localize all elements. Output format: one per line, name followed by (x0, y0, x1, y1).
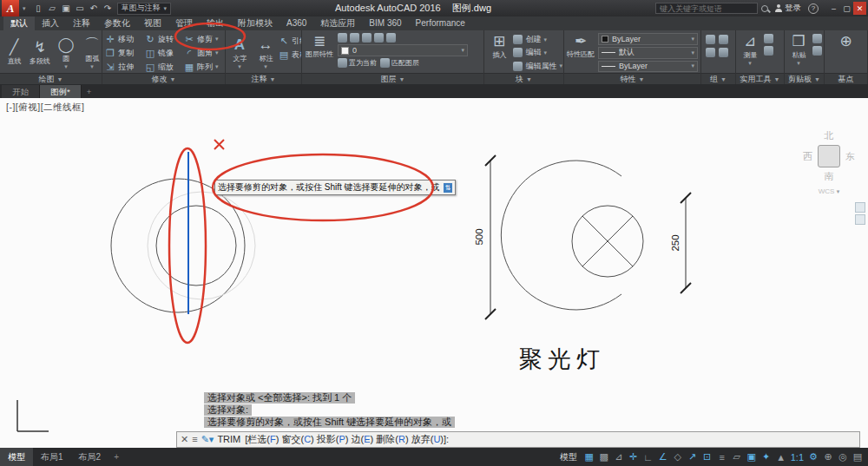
panel-label-clipboard[interactable]: 剪贴板▼ (785, 73, 824, 84)
ribbon-tab-3[interactable]: 参数化 (97, 16, 137, 30)
command-option-P[interactable]: P (339, 434, 345, 444)
ribbon-tab-5[interactable]: 管理 (168, 16, 200, 30)
workspace-switching-icon[interactable]: ⚙ (806, 450, 820, 464)
polyline-button[interactable]: ↯多段线 (27, 37, 53, 67)
properties-dropdown-0[interactable]: ByLayer▾ (598, 33, 698, 45)
isolate-objects-icon[interactable]: ◎ (836, 450, 850, 464)
viewcube[interactable] (818, 145, 840, 167)
navigation-bar[interactable] (855, 202, 865, 225)
command-option-F[interactable]: F (270, 434, 276, 444)
osnap-tracking-icon[interactable]: ↗ (686, 450, 700, 464)
new-drawing-tab-button[interactable]: + (82, 85, 97, 98)
panel-label-annotate[interactable]: 注释▼ (226, 73, 301, 84)
app-menu-chevron-icon[interactable]: ▾ (23, 5, 26, 12)
panel-label-modify[interactable]: 修改▼ (102, 73, 225, 84)
signin-button[interactable]: 登录 (775, 3, 801, 14)
rotate-button[interactable]: ↻旋转 (145, 32, 184, 46)
outer-circle-entity[interactable] (111, 179, 245, 312)
layout-tab-2[interactable]: 布局2 (71, 448, 109, 466)
save-icon[interactable]: ▣ (61, 3, 72, 14)
array-button[interactable]: ▦阵列▾ (184, 60, 225, 73)
copy-clip-icon[interactable] (812, 46, 822, 56)
zoom-icon[interactable] (855, 214, 865, 225)
file-tab-drawing[interactable]: 图例* (40, 85, 82, 98)
line-button[interactable]: ╱直线 (1, 37, 27, 67)
layer-lock-icon[interactable] (374, 33, 384, 43)
make-current-button[interactable]: 置为当前 (338, 58, 377, 68)
pan-icon[interactable] (855, 202, 865, 213)
properties-dropdown-1[interactable]: 默认▾ (598, 47, 698, 59)
ribbon-tab-6[interactable]: 输出 (200, 16, 231, 30)
isodraft-icon[interactable]: ◇ (671, 450, 685, 464)
panel-label-layers[interactable]: 图层▼ (302, 73, 483, 84)
group-edit-icon[interactable] (706, 48, 715, 57)
selection-cycling-icon[interactable]: ▣ (745, 450, 759, 464)
minimize-button[interactable]: – (827, 2, 840, 15)
compass-west[interactable]: 西 (803, 150, 812, 163)
ortho-icon[interactable]: ∟ (641, 450, 655, 464)
model-paper-toggle[interactable]: 模型 (560, 451, 577, 463)
create-block-button[interactable]: 创建▾ (513, 33, 562, 46)
basepoint-button[interactable]: ⊕ (832, 31, 861, 73)
ribbon-tab-10[interactable]: BIM 360 (362, 16, 408, 30)
paste-button[interactable]: ❒ 粘贴 ▾ (786, 31, 812, 73)
ribbon-tab-7[interactable]: 附加模块 (231, 16, 279, 30)
stretch-button[interactable]: ⇲拉伸 (105, 60, 145, 73)
command-option-C[interactable]: C (304, 434, 311, 444)
drawing-viewport[interactable]: 500 250 [-][俯视][二维线框] 选择要修剪的对象，或按住 Shift… (0, 98, 868, 448)
layout-tab-0[interactable]: 模型 (0, 448, 33, 466)
panel-label-basepoint[interactable]: 基点 (825, 73, 867, 84)
undo-icon[interactable]: ↶ (89, 3, 100, 14)
copy-button[interactable]: ❐复制 (105, 46, 145, 60)
layer-freeze-icon[interactable] (362, 33, 372, 43)
command-bar[interactable]: ✕ ≡ ✎▾ TRIM[栏选(F) 窗交(C) 投影(P) 边(E) 删除(R)… (176, 431, 860, 448)
close-button[interactable]: ✕ (853, 2, 866, 15)
snap-mode-icon[interactable]: ▩ (597, 450, 611, 464)
layer-off-icon[interactable] (338, 33, 347, 43)
annotation-visibility-icon[interactable]: ✦ (760, 450, 773, 464)
fillet-button[interactable]: ◜圆角▾ (184, 46, 225, 60)
arc-button[interactable]: ⌒圆弧▾ (79, 35, 102, 70)
ungroup-icon[interactable] (719, 35, 728, 44)
app-menu-button[interactable]: A (2, 0, 19, 16)
ribbon-tab-4[interactable]: 视图 (137, 16, 168, 30)
annotation-monitor-icon[interactable]: ⊕ (821, 450, 835, 464)
plot-icon[interactable]: ▭ (75, 3, 86, 14)
mirror-button[interactable]: ◫镜像 (145, 46, 184, 60)
command-prompt[interactable]: TRIM[栏选(F) 窗交(C) 投影(P) 边(E) 删除(R) 放弃(U)]… (217, 433, 449, 446)
viewport-controls[interactable]: [-][俯视][二维线框] (6, 102, 85, 114)
annotation-scale[interactable]: 1:1 (789, 450, 806, 464)
command-option-E[interactable]: E (364, 434, 370, 444)
help-icon[interactable]: ? (808, 3, 819, 14)
layer-isolate-icon[interactable] (350, 33, 359, 43)
osnap-icon[interactable]: ⊡ (700, 450, 714, 464)
measure-button[interactable]: ⊿ 测量 ▾ (737, 31, 763, 73)
restore-button[interactable]: ▢ (840, 2, 853, 15)
trim-button[interactable]: ✂修剪▾ (184, 32, 225, 46)
insert-block-button[interactable]: ⊞ 插入 (485, 31, 513, 73)
leader-button[interactable]: ↖引线▾ (279, 34, 301, 48)
new-layout-button[interactable]: + (108, 448, 124, 466)
inner-circle-entity[interactable] (156, 206, 236, 286)
faint-circle-entity[interactable] (148, 192, 255, 299)
compass-east[interactable]: 东 (845, 150, 855, 163)
redo-icon[interactable]: ↷ (102, 3, 114, 14)
grid-icon[interactable]: ▦ (582, 450, 596, 464)
search-icon[interactable] (761, 5, 768, 12)
compass-north[interactable]: 北 (800, 129, 858, 142)
match-properties-button[interactable]: ✒ 特性匹配 (565, 31, 596, 73)
dynamic-input-icon[interactable]: ✛ (627, 450, 641, 464)
edit-block-button[interactable]: 编辑▾ (513, 46, 562, 59)
panel-label-block[interactable]: 块▼ (484, 73, 563, 84)
layer-properties-button[interactable]: ≣ 图层特性 (303, 31, 336, 73)
ribbon-tab-2[interactable]: 注释 (66, 16, 97, 30)
ribbon-tab-8[interactable]: A360 (279, 16, 313, 30)
circle-button[interactable]: ◯圆▾ (53, 35, 79, 70)
infer-constraints-icon[interactable]: ⊿ (612, 450, 626, 464)
lineweight-icon[interactable]: ≡ (715, 450, 729, 464)
workspace-dropdown[interactable]: 草图与注释 ▾ (117, 3, 172, 15)
group-selection-icon[interactable] (719, 48, 728, 57)
open-file-icon[interactable]: ▱ (47, 3, 58, 14)
scale-button[interactable]: ◱缩放 (145, 60, 184, 73)
ribbon-tab-1[interactable]: 插入 (35, 16, 66, 30)
